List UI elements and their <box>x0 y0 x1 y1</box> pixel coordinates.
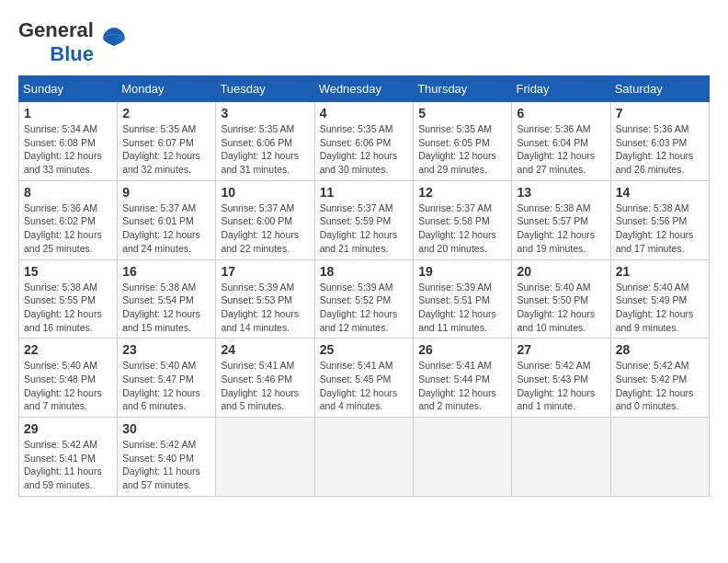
col-header-tuesday: Tuesday <box>216 76 314 102</box>
calendar-week-2: 8Sunrise: 5:36 AMSunset: 6:02 PMDaylight… <box>19 180 710 259</box>
day-info: Sunrise: 5:42 AMSunset: 5:43 PMDaylight:… <box>517 359 605 413</box>
calendar-cell: 25Sunrise: 5:41 AMSunset: 5:45 PMDayligh… <box>314 339 414 418</box>
calendar-header-row: SundayMondayTuesdayWednesdayThursdayFrid… <box>19 76 710 102</box>
calendar-cell <box>610 418 709 497</box>
calendar-cell: 30Sunrise: 5:42 AMSunset: 5:40 PMDayligh… <box>118 418 216 497</box>
col-header-sunday: Sunday <box>19 76 118 102</box>
day-number: 9 <box>122 185 210 200</box>
day-number: 11 <box>320 185 409 200</box>
day-info: Sunrise: 5:40 AMSunset: 5:48 PMDaylight:… <box>24 359 112 413</box>
calendar-cell <box>216 418 314 497</box>
day-number: 6 <box>517 106 605 121</box>
col-header-saturday: Saturday <box>610 76 709 102</box>
day-number: 22 <box>24 342 112 357</box>
calendar-cell <box>414 418 512 497</box>
day-number: 26 <box>418 342 506 357</box>
col-header-monday: Monday <box>118 76 216 102</box>
day-number: 4 <box>320 106 409 121</box>
col-header-thursday: Thursday <box>414 76 512 102</box>
day-info: Sunrise: 5:38 AMSunset: 5:57 PMDaylight:… <box>517 201 605 256</box>
calendar-cell: 7Sunrise: 5:36 AMSunset: 6:03 PMDaylight… <box>610 102 709 181</box>
day-info: Sunrise: 5:35 AMSunset: 6:06 PMDaylight:… <box>221 122 309 177</box>
calendar-cell: 13Sunrise: 5:38 AMSunset: 5:57 PMDayligh… <box>512 180 610 259</box>
day-info: Sunrise: 5:36 AMSunset: 6:03 PMDaylight:… <box>616 122 704 177</box>
day-info: Sunrise: 5:41 AMSunset: 5:46 PMDaylight:… <box>221 359 309 413</box>
day-info: Sunrise: 5:35 AMSunset: 6:06 PMDaylight:… <box>320 122 409 177</box>
day-number: 7 <box>616 106 704 121</box>
calendar-cell: 4Sunrise: 5:35 AMSunset: 6:06 PMDaylight… <box>314 102 414 181</box>
day-number: 13 <box>517 185 605 200</box>
day-info: Sunrise: 5:41 AMSunset: 5:45 PMDaylight:… <box>320 359 409 413</box>
day-number: 8 <box>24 185 112 200</box>
day-info: Sunrise: 5:38 AMSunset: 5:56 PMDaylight:… <box>616 201 704 256</box>
calendar-cell: 24Sunrise: 5:41 AMSunset: 5:46 PMDayligh… <box>216 339 314 418</box>
calendar-cell: 17Sunrise: 5:39 AMSunset: 5:53 PMDayligh… <box>216 259 314 339</box>
day-info: Sunrise: 5:38 AMSunset: 5:55 PMDaylight:… <box>24 281 112 335</box>
calendar-cell: 20Sunrise: 5:40 AMSunset: 5:50 PMDayligh… <box>512 259 610 339</box>
day-number: 1 <box>24 106 112 121</box>
logo-bird-icon <box>97 20 131 60</box>
calendar-cell: 28Sunrise: 5:42 AMSunset: 5:42 PMDayligh… <box>610 339 709 418</box>
calendar-cell: 8Sunrise: 5:36 AMSunset: 6:02 PMDaylight… <box>19 180 118 259</box>
calendar-table: SundayMondayTuesdayWednesdayThursdayFrid… <box>18 75 710 497</box>
calendar-cell: 3Sunrise: 5:35 AMSunset: 6:06 PMDaylight… <box>216 102 314 181</box>
day-number: 29 <box>24 421 112 436</box>
day-info: Sunrise: 5:36 AMSunset: 6:04 PMDaylight:… <box>517 122 605 177</box>
day-number: 18 <box>320 264 409 279</box>
day-number: 3 <box>221 106 309 121</box>
day-info: Sunrise: 5:34 AMSunset: 6:08 PMDaylight:… <box>24 122 112 177</box>
calendar-cell: 16Sunrise: 5:38 AMSunset: 5:54 PMDayligh… <box>118 259 216 339</box>
day-info: Sunrise: 5:42 AMSunset: 5:42 PMDaylight:… <box>616 359 704 413</box>
calendar-cell: 15Sunrise: 5:38 AMSunset: 5:55 PMDayligh… <box>19 259 118 339</box>
day-number: 16 <box>122 264 210 279</box>
day-info: Sunrise: 5:37 AMSunset: 6:00 PMDaylight:… <box>221 201 309 256</box>
day-info: Sunrise: 5:40 AMSunset: 5:49 PMDaylight:… <box>616 281 704 335</box>
col-header-friday: Friday <box>512 76 610 102</box>
calendar-cell: 6Sunrise: 5:36 AMSunset: 6:04 PMDaylight… <box>512 102 610 181</box>
calendar-week-4: 22Sunrise: 5:40 AMSunset: 5:48 PMDayligh… <box>19 339 710 418</box>
day-number: 30 <box>122 421 210 436</box>
day-info: Sunrise: 5:38 AMSunset: 5:54 PMDaylight:… <box>122 281 210 335</box>
day-number: 25 <box>320 342 409 357</box>
calendar-cell: 10Sunrise: 5:37 AMSunset: 6:00 PMDayligh… <box>216 180 314 259</box>
day-info: Sunrise: 5:35 AMSunset: 6:05 PMDaylight:… <box>418 122 506 177</box>
calendar-cell: 26Sunrise: 5:41 AMSunset: 5:44 PMDayligh… <box>414 339 512 418</box>
day-info: Sunrise: 5:40 AMSunset: 5:50 PMDaylight:… <box>517 281 605 335</box>
calendar-cell: 5Sunrise: 5:35 AMSunset: 6:05 PMDaylight… <box>414 102 512 181</box>
day-number: 21 <box>616 264 704 279</box>
day-info: Sunrise: 5:42 AMSunset: 5:40 PMDaylight:… <box>122 438 210 492</box>
day-number: 10 <box>221 185 309 200</box>
calendar-cell: 22Sunrise: 5:40 AMSunset: 5:48 PMDayligh… <box>19 339 118 418</box>
calendar-cell <box>314 418 414 497</box>
day-number: 19 <box>418 264 506 279</box>
day-number: 14 <box>616 185 704 200</box>
day-info: Sunrise: 5:36 AMSunset: 6:02 PMDaylight:… <box>24 201 112 256</box>
day-number: 20 <box>517 264 605 279</box>
day-info: Sunrise: 5:40 AMSunset: 5:47 PMDaylight:… <box>122 359 210 413</box>
calendar-cell: 9Sunrise: 5:37 AMSunset: 6:01 PMDaylight… <box>118 180 216 259</box>
calendar-cell: 21Sunrise: 5:40 AMSunset: 5:49 PMDayligh… <box>610 259 709 339</box>
day-number: 28 <box>616 342 704 357</box>
logo-text-line1: General <box>18 18 94 42</box>
day-info: Sunrise: 5:37 AMSunset: 5:59 PMDaylight:… <box>320 201 409 256</box>
calendar-cell: 11Sunrise: 5:37 AMSunset: 5:59 PMDayligh… <box>314 180 414 259</box>
logo: General Blue <box>18 18 131 66</box>
day-number: 24 <box>221 342 309 357</box>
calendar-cell: 14Sunrise: 5:38 AMSunset: 5:56 PMDayligh… <box>610 180 709 259</box>
day-number: 2 <box>122 106 210 121</box>
calendar-cell: 18Sunrise: 5:39 AMSunset: 5:52 PMDayligh… <box>314 259 414 339</box>
day-info: Sunrise: 5:41 AMSunset: 5:44 PMDaylight:… <box>418 359 506 413</box>
day-number: 17 <box>221 264 309 279</box>
day-info: Sunrise: 5:42 AMSunset: 5:41 PMDaylight:… <box>24 438 112 492</box>
logo-text-line2: Blue <box>50 42 94 66</box>
col-header-wednesday: Wednesday <box>314 76 414 102</box>
calendar-week-3: 15Sunrise: 5:38 AMSunset: 5:55 PMDayligh… <box>19 259 710 339</box>
calendar-cell: 2Sunrise: 5:35 AMSunset: 6:07 PMDaylight… <box>118 102 216 181</box>
day-info: Sunrise: 5:35 AMSunset: 6:07 PMDaylight:… <box>122 122 210 177</box>
calendar-week-5: 29Sunrise: 5:42 AMSunset: 5:41 PMDayligh… <box>19 418 710 497</box>
calendar-cell: 29Sunrise: 5:42 AMSunset: 5:41 PMDayligh… <box>19 418 118 497</box>
day-number: 27 <box>517 342 605 357</box>
calendar-week-1: 1Sunrise: 5:34 AMSunset: 6:08 PMDaylight… <box>19 102 710 181</box>
day-number: 5 <box>418 106 506 121</box>
day-info: Sunrise: 5:37 AMSunset: 6:01 PMDaylight:… <box>122 201 210 256</box>
